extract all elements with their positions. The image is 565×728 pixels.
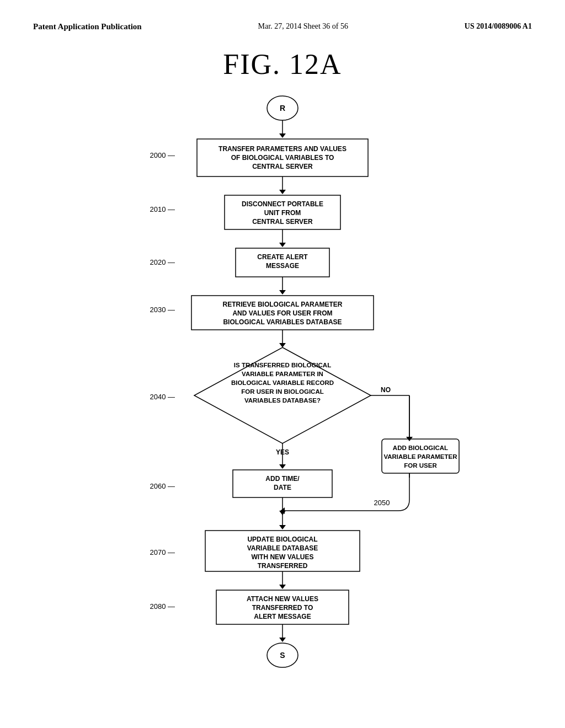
header-right: US 2014/0089006 A1 — [465, 22, 532, 31]
step-2070-line2: VARIABLE DATABASE — [247, 544, 318, 552]
header-center: Mar. 27, 2014 Sheet 36 of 56 — [258, 22, 348, 31]
step-2080-line2: TRANSFERRED TO — [252, 604, 313, 612]
label-2050: 2050 — [374, 499, 390, 507]
diamond-2040-line3: BIOLOGICAL VARIABLE RECORD — [231, 379, 334, 386]
svg-marker-5 — [279, 190, 286, 194]
step-2070-line4: TRANSFERRED — [258, 562, 308, 570]
flowchart-diagram: R 2000 — TRANSFER PARAMETERS AND VALUES … — [89, 92, 476, 671]
svg-marker-17 — [279, 464, 286, 469]
step-2030-line3: BIOLOGICAL VARIABLES DATABASE — [223, 318, 342, 326]
step-2020-line1: CREATE ALERT — [257, 253, 308, 261]
step-2060-line1: ADD TIME/ — [265, 475, 300, 483]
header-left: Patent Application Publication — [33, 22, 142, 31]
svg-marker-32 — [279, 585, 286, 589]
step-2030-line2: AND VALUES FOR USER FROM — [232, 309, 332, 317]
figure-title: FIG. 12A — [33, 48, 532, 81]
label-2020: 2020 — — [150, 258, 175, 266]
start-label: R — [280, 104, 285, 113]
header: Patent Application Publication Mar. 27, … — [33, 22, 532, 31]
svg-marker-11 — [279, 290, 286, 295]
label-2070: 2070 — — [150, 548, 175, 556]
step-2050-line2: VARIABLE PARAMETER — [383, 453, 457, 460]
step-2000-line3: CENTRAL SERVER — [252, 163, 313, 170]
label-2040: 2040 — — [150, 393, 175, 401]
step-2050-line1: ADD BIOLOGICAL — [393, 445, 448, 451]
label-2010: 2010 — — [150, 205, 175, 213]
step-2030-line1: RETRIEVE BIOLOGICAL PARAMETER — [223, 301, 343, 308]
label-2080: 2080 — — [150, 602, 175, 611]
step-2020-line2: MESSAGE — [266, 262, 299, 270]
svg-marker-29 — [279, 525, 286, 529]
diamond-2040-line2: VARIABLE PARAMETER IN — [242, 371, 323, 377]
step-2060-line2: DATE — [274, 484, 291, 491]
step-2080-line1: ATTACH NEW VALUES — [247, 595, 318, 603]
page: Patent Application Publication Mar. 27, … — [0, 0, 565, 728]
step-2010-line2: UNIT FROM — [264, 209, 301, 217]
step-2070-line3: WITH NEW VALUES — [251, 553, 313, 561]
step-2000-line1: TRANSFER PARAMETERS AND VALUES — [218, 145, 347, 153]
label-2000: 2000 — — [150, 151, 175, 159]
step-2080-line3: ALERT MESSAGE — [254, 613, 311, 620]
step-2000-line2: OF BIOLOGICAL VARIABLES TO — [231, 154, 334, 162]
step-2070-line1: UPDATE BIOLOGICAL — [247, 536, 317, 543]
no-label: NO — [381, 386, 391, 394]
step-2050-line3: FOR USER — [404, 462, 437, 469]
end-label: S — [280, 651, 285, 660]
label-2060: 2060 — — [150, 482, 175, 490]
svg-marker-14 — [279, 343, 286, 347]
diamond-2040-line4: FOR USER IN BIOLOGICAL — [241, 388, 324, 395]
step-2010-line1: DISCONNECT PORTABLE — [242, 200, 323, 208]
step-2010-line3: CENTRAL SERVER — [252, 218, 313, 226]
diamond-2040-line1: IS TRANSFERRED BIOLOGICAL — [234, 362, 331, 368]
svg-marker-35 — [279, 638, 286, 642]
label-2030: 2030 — — [150, 306, 175, 314]
diamond-2040-line5: VARIABLES DATABASE? — [244, 397, 321, 404]
svg-marker-2 — [279, 133, 286, 138]
svg-marker-8 — [279, 243, 286, 247]
